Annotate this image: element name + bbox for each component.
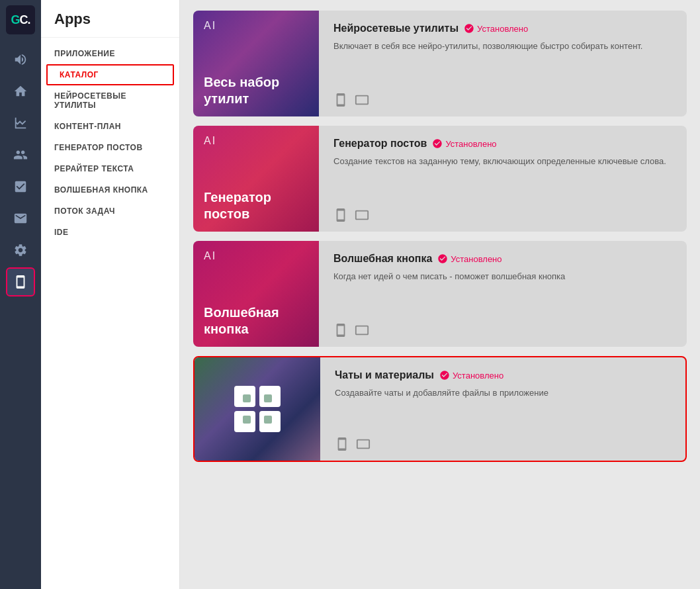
app-card-thumb-title-3: Волшебная кнопка [204,304,308,338]
tablet-icon-2 [355,208,369,222]
app-card-platforms-1 [333,93,672,107]
mobile-icon-3 [333,323,348,338]
icon-bar-users[interactable] [6,140,35,169]
app-card-thumb-magic: AI Волшебная кнопка [193,241,319,347]
app-card-post-generator[interactable]: AI Генератор постов Генератор постов Уст… [193,126,687,232]
sidebar: Apps ПРИЛОЖЕНИЕ КАТАЛОГ НЕЙРОСЕТЕВЫЕ УТИ… [41,0,180,589]
icon-bar-tasks[interactable] [6,172,35,201]
app-card-magic-button[interactable]: AI Волшебная кнопка Волшебная кнопка Уст… [193,241,687,347]
app-card-name-4: Чаты и материалы [335,369,434,381]
sidebar-item-volshebnaya[interactable]: ВОЛШЕБНАЯ КНОПКА [41,179,179,201]
app-card-platforms-2 [333,208,672,222]
installed-label-1: Установлено [477,24,528,34]
app-card-header-3: Волшебная кнопка Установлено [333,253,672,265]
sidebar-item-katalog[interactable]: КАТАЛОГ [46,64,174,85]
app-card-name-1: Нейросетевые утилиты [333,23,459,34]
app-card-thumb-neural: AI Весь набор утилит [193,11,319,116]
sidebar-item-potok[interactable]: ПОТОК ЗАДАЧ [41,201,179,222]
icon-bar-home[interactable] [6,77,35,106]
app-card-platforms-4 [335,437,671,451]
mobile-icon-2 [333,208,348,222]
tablet-icon-1 [355,93,369,107]
app-card-ai-label-1: AI [204,20,216,32]
app-card-thumb-chats [195,357,320,461]
app-card-body-magic: Волшебная кнопка Установлено Когда нет и… [319,241,687,347]
app-card-thumb-title-2: Генератор постов [204,189,308,222]
app-card-desc-2: Создание текстов на заданную тему, включ… [333,155,672,168]
sidebar-nav: ПРИЛОЖЕНИЕ КАТАЛОГ НЕЙРОСЕТЕВЫЕ УТИЛИТЫ … [41,38,179,248]
app-card-platforms-3 [333,323,672,338]
app-card-desc-4: Создавайте чаты и добавляйте файлы в при… [335,386,671,400]
app-card-ai-label-2: AI [204,135,216,147]
app-card-thumb-title-1: Весь набор утилит [204,74,308,107]
app-card-thumb-post: AI Генератор постов [193,126,319,232]
logo: GC. [6,5,35,34]
main-content: AI Весь набор утилит Нейросетевые утилит… [180,0,700,589]
icon-bar-mail[interactable] [6,204,35,233]
icon-bar: GC. [0,0,41,589]
app-card-installed-2: Установлено [432,138,496,149]
installed-label-4: Установлено [453,371,503,381]
icon-bar-settings[interactable] [6,236,35,265]
sidebar-item-nejrosetevye[interactable]: НЕЙРОСЕТЕВЫЕ УТИЛИТЫ [41,85,179,116]
mobile-icon-1 [333,93,348,107]
app-card-header-2: Генератор постов Установлено [333,138,672,150]
sidebar-item-prilozhenie[interactable]: ПРИЛОЖЕНИЕ [41,43,179,64]
app-card-desc-3: Когда нет идей о чем писать - поможет во… [333,270,672,283]
chats-icon [231,383,284,435]
icon-bar-sound[interactable] [6,45,35,74]
app-card-name-3: Волшебная кнопка [333,253,432,265]
icon-bar-apps[interactable] [6,267,35,296]
svg-rect-4 [243,394,251,402]
sidebar-item-rerajter[interactable]: РЕРАЙТЕР ТЕКСТА [41,158,179,179]
tablet-icon-4 [356,437,371,451]
app-card-header-1: Нейросетевые утилиты Установлено [333,23,672,34]
app-card-installed-4: Установлено [439,370,503,381]
sidebar-title: Apps [41,0,179,38]
icon-bar-chart[interactable] [6,109,35,138]
mobile-icon-4 [335,437,349,451]
svg-rect-6 [243,416,251,424]
app-card-ai-label-3: AI [204,250,216,262]
installed-label-2: Установлено [445,139,496,149]
sidebar-item-generator[interactable]: ГЕНЕРАТОР ПОСТОВ [41,137,179,158]
app-card-header-4: Чаты и материалы Установлено [335,369,671,381]
app-card-neural-utils[interactable]: AI Весь набор утилит Нейросетевые утилит… [193,11,687,116]
installed-label-3: Установлено [451,254,502,264]
svg-rect-5 [264,394,272,402]
app-card-installed-1: Установлено [464,23,528,34]
app-card-chats[interactable]: Чаты и материалы Установлено Создавайте … [193,356,687,462]
sidebar-item-kontent-plan[interactable]: КОНТЕНТ-ПЛАН [41,116,179,137]
app-card-body-post: Генератор постов Установлено Создание те… [319,126,687,232]
svg-rect-7 [264,416,272,424]
app-card-name-2: Генератор постов [333,138,427,150]
sidebar-item-ide[interactable]: IDE [41,222,179,243]
tablet-icon-3 [355,323,369,338]
app-card-installed-3: Установлено [437,253,502,264]
app-card-desc-1: Включает в себя все нейро-утилиты, позво… [333,40,672,53]
app-card-body-chats: Чаты и материалы Установлено Создавайте … [320,357,685,461]
app-card-body-neural: Нейросетевые утилиты Установлено Включае… [319,11,687,116]
